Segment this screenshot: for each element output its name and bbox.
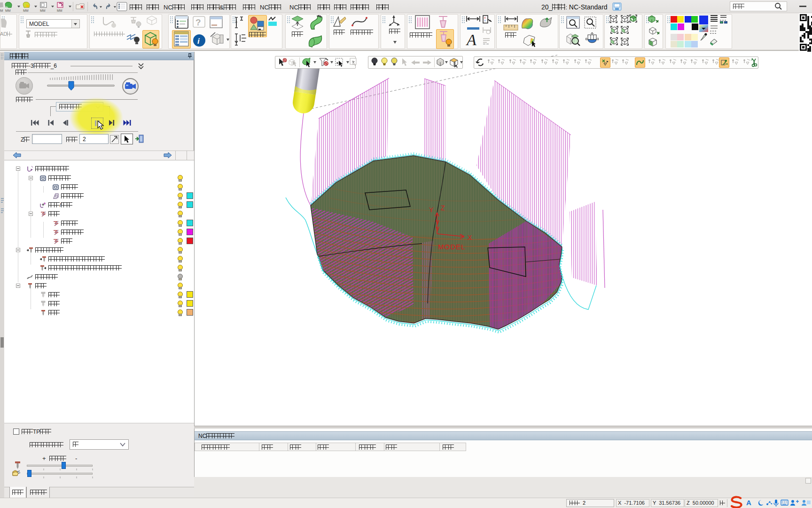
svg-text:MODEL: MODEL xyxy=(438,243,465,251)
svg-text:MM: MM xyxy=(23,9,29,12)
svg-text:Z: Z xyxy=(441,204,445,212)
svg-text:MM: MM xyxy=(0,9,3,12)
svg-text:?: ? xyxy=(195,17,201,27)
svg-text:MM: MM xyxy=(40,9,46,12)
svg-text:Y: Y xyxy=(429,206,434,214)
svg-text:MM: MM xyxy=(5,9,11,12)
svg-text:MM: MM xyxy=(57,9,62,12)
svg-text:X: X xyxy=(468,234,472,241)
svg-text:Y: Y xyxy=(484,19,486,22)
